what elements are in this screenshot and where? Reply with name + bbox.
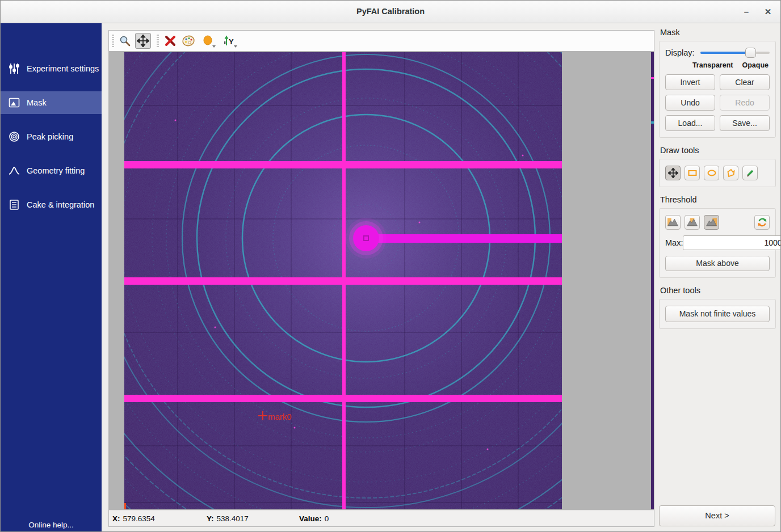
cake-integration-icon	[8, 199, 20, 211]
histogram-below-icon	[667, 218, 678, 227]
transparent-label: Transparent	[692, 61, 733, 69]
draw-rectangle-tool-button[interactable]	[685, 166, 700, 180]
window-title: PyFAI Calibration	[1, 7, 780, 16]
draw-pan-tool-button[interactable]	[665, 166, 681, 180]
pyfai-window: PyFAI Calibration – ✕ Experiment setting…	[0, 0, 781, 532]
mask-section-title: Mask	[660, 28, 776, 37]
mask-remove-button[interactable]	[162, 33, 178, 49]
titlebar: PyFAI Calibration – ✕	[1, 1, 780, 23]
sidebar-item-label: Mask	[27, 98, 47, 107]
clear-button[interactable]: Clear	[720, 74, 770, 90]
sidebar-item-mask[interactable]: Mask	[1, 91, 102, 114]
sliver-mask-dot	[651, 77, 654, 79]
peak-marker-label: mark0	[268, 412, 292, 421]
peak-marker[interactable]: mark0	[258, 411, 292, 421]
mask-opacity-slider[interactable]	[700, 48, 770, 58]
redo-button: Redo	[720, 95, 770, 111]
mask-above-button[interactable]: Mask above	[665, 256, 770, 271]
palette-icon	[182, 35, 195, 47]
dropdown-arrow-icon	[234, 45, 237, 48]
svg-text:Y: Y	[229, 37, 234, 46]
pan-arrows-icon	[668, 168, 678, 178]
cursor-status-bar: X: 579.6354 Y: 538.4017 Value: 0	[109, 510, 654, 526]
task-sidebar: Experiment settings Mask Peak picking Ge…	[1, 23, 102, 532]
online-help-link[interactable]: Online help...	[1, 521, 102, 529]
invert-button[interactable]: Invert	[665, 74, 715, 90]
slider-fill	[700, 52, 750, 54]
other-tools-title: Other tools	[660, 286, 776, 295]
threshold-title: Threshold	[660, 195, 776, 204]
draw-pencil-tool-button[interactable]	[742, 166, 758, 180]
ellipse-icon	[707, 168, 717, 178]
close-button[interactable]: ✕	[761, 5, 775, 19]
mask-actions-group: Display: Transparent Opaque Invert Clear…	[659, 41, 776, 138]
orange-dot-icon	[203, 35, 214, 47]
image-edge-sliver	[651, 52, 654, 509]
display-label: Display:	[665, 48, 698, 57]
plot-canvas[interactable]: mark0	[109, 51, 654, 510]
x-value: 579.6354	[123, 514, 155, 523]
peak-picking-icon	[8, 130, 20, 143]
draw-tools-group	[659, 159, 776, 187]
undo-button[interactable]: Undo	[665, 95, 715, 111]
max-label: Max:	[665, 238, 683, 247]
other-tools-group: Mask not finite values	[659, 299, 776, 329]
sidebar-item-label: Geometry fitting	[27, 166, 85, 175]
sidebar-item-label: Cake & integration	[27, 200, 94, 209]
sidebar-item-label: Experiment settings	[27, 64, 99, 73]
sidebar-item-cake-integration[interactable]: Cake & integration	[1, 193, 102, 216]
draw-ellipse-tool-button[interactable]	[704, 166, 719, 180]
pan-tool-button[interactable]	[135, 33, 151, 49]
refresh-icon	[757, 217, 767, 227]
magnifier-icon	[119, 35, 131, 47]
toolbar-handle[interactable]	[157, 35, 159, 47]
histogram-between-icon	[687, 218, 698, 227]
pencil-icon	[745, 168, 755, 178]
zoom-tool-button[interactable]	[117, 33, 133, 49]
y-value: 538.4017	[217, 514, 249, 523]
marker-color-button[interactable]	[200, 33, 217, 49]
threshold-group: Max: Mask above	[659, 208, 776, 278]
plot-widget: Y	[108, 30, 654, 527]
value-label: Value:	[299, 514, 322, 523]
sidebar-item-label: Peak picking	[27, 132, 73, 141]
mask-image-icon	[8, 96, 20, 109]
y-axis-orientation-button[interactable]: Y	[220, 33, 238, 49]
mask-between-threshold-button[interactable]	[685, 215, 700, 230]
mask-not-finite-button[interactable]: Mask not finite values	[665, 306, 770, 322]
draw-polygon-tool-button[interactable]	[723, 166, 738, 180]
toolbar-handle[interactable]	[112, 35, 114, 47]
slider-handle[interactable]	[745, 48, 756, 58]
draw-tools-title: Draw tools	[660, 146, 776, 155]
plot-toolbar: Y	[109, 31, 654, 51]
dropdown-arrow-icon	[212, 45, 216, 48]
sidebar-item-geometry-fitting[interactable]: Geometry fitting	[1, 159, 102, 182]
red-cross-icon	[164, 35, 177, 47]
reload-threshold-button[interactable]	[754, 215, 770, 230]
x-label: X:	[112, 514, 120, 523]
next-button[interactable]: Next >	[659, 505, 775, 526]
mask-tools-panel: Mask Display: Transparent Opaque Invert …	[659, 28, 776, 527]
geometry-fitting-icon	[8, 164, 20, 177]
minimize-button[interactable]: –	[740, 5, 753, 19]
rectangle-icon	[687, 168, 698, 178]
y-label: Y:	[207, 514, 214, 523]
mask-below-threshold-button[interactable]	[665, 215, 681, 230]
load-button[interactable]: Load...	[665, 115, 715, 131]
sidebar-item-experiment-settings[interactable]: Experiment settings	[1, 57, 102, 80]
sidebar-item-peak-picking[interactable]: Peak picking	[1, 125, 102, 148]
histogram-above-icon	[706, 218, 717, 227]
mask-above-threshold-button[interactable]	[704, 215, 719, 230]
diffraction-image[interactable]: mark0	[124, 52, 562, 509]
sliver-ring-dot	[651, 121, 654, 124]
sliders-icon	[8, 62, 20, 75]
colormap-button[interactable]	[180, 33, 196, 49]
corner-tick	[124, 503, 126, 509]
save-button[interactable]: Save...	[720, 115, 770, 131]
pixel-value: 0	[325, 514, 329, 523]
opaque-label: Opaque	[742, 61, 769, 69]
pan-arrows-icon	[137, 35, 149, 47]
polygon-icon	[726, 168, 736, 178]
max-threshold-input[interactable]	[683, 235, 781, 250]
